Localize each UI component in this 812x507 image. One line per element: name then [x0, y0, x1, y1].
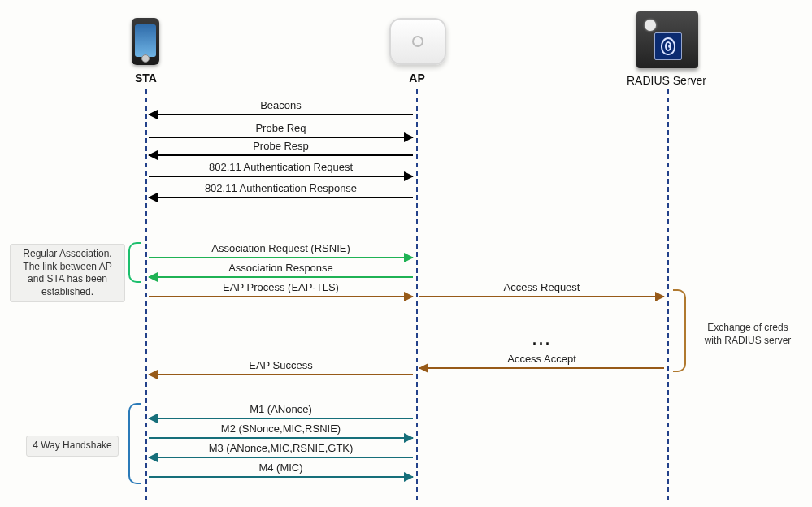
authreq-label: 802.11 Authentication Request — [149, 161, 413, 173]
probe-resp-arrow: Probe Resp — [149, 154, 413, 156]
handshake-brace — [128, 403, 141, 484]
assoc-brace — [128, 242, 141, 283]
m3-arrow: M3 (ANonce,MIC,RSNIE,GTK) — [149, 457, 413, 458]
authresp-arrow: 802.11 Authentication Response — [149, 197, 413, 198]
assocresp-arrow: Association Response — [149, 276, 413, 278]
m1-label: M1 (ANonce) — [149, 403, 413, 415]
authresp-label: 802.11 Authentication Response — [149, 182, 413, 194]
ellipsis: ... — [532, 332, 552, 349]
sta-label: STA — [124, 72, 168, 84]
m4-arrow: M4 (MIC) — [149, 476, 413, 478]
assocresp-label: Association Response — [149, 262, 413, 274]
access-accept-arrow: Access Accept — [419, 367, 664, 369]
assocreq-label: Association Request (RSNIE) — [149, 242, 413, 254]
radius-label: RADIUS Server — [618, 74, 715, 87]
beacons-arrow: Beacons — [149, 114, 413, 115]
assocreq-arrow: Association Request (RSNIE) — [149, 257, 413, 258]
handshake-note: 4 Way Handshake — [26, 436, 119, 457]
assoc-note: Regular Association. The link between AP… — [10, 244, 125, 302]
radius-brace — [673, 289, 686, 372]
m2-arrow: M2 (SNonce,MIC,RSNIE) — [149, 437, 413, 439]
smartphone-icon — [132, 18, 159, 65]
access-point-icon — [389, 18, 446, 65]
ap-lifeline — [416, 89, 418, 500]
probe-req-arrow: Probe Req — [149, 136, 413, 138]
eap-success-arrow: EAP Success — [149, 374, 413, 375]
eap-process-arrow: EAP Process (EAP-TLS) — [149, 296, 413, 297]
fingerprint-icon — [654, 32, 682, 60]
probe-req-label: Probe Req — [149, 122, 413, 134]
authreq-arrow: 802.11 Authentication Request — [149, 176, 413, 177]
m2-label: M2 (SNonce,MIC,RSNIE) — [149, 422, 413, 435]
access-request-arrow: Access Request — [419, 296, 664, 297]
radius-lifeline — [667, 89, 669, 500]
eap-process-label: EAP Process (EAP-TLS) — [149, 281, 413, 293]
access-request-label: Access Request — [419, 281, 664, 293]
m4-label: M4 (MIC) — [149, 462, 413, 474]
m1-arrow: M1 (ANonce) — [149, 418, 413, 419]
sta-lifeline — [145, 89, 147, 500]
beacons-label: Beacons — [149, 99, 413, 111]
eap-success-label: EAP Success — [149, 359, 413, 371]
radius-note: Exchange of creds with RADIUS server — [694, 318, 801, 350]
m3-label: M3 (ANonce,MIC,RSNIE,GTK) — [149, 442, 413, 454]
access-accept-label: Access Accept — [419, 353, 664, 365]
ap-label: AP — [405, 72, 429, 84]
probe-resp-label: Probe Resp — [149, 140, 413, 152]
